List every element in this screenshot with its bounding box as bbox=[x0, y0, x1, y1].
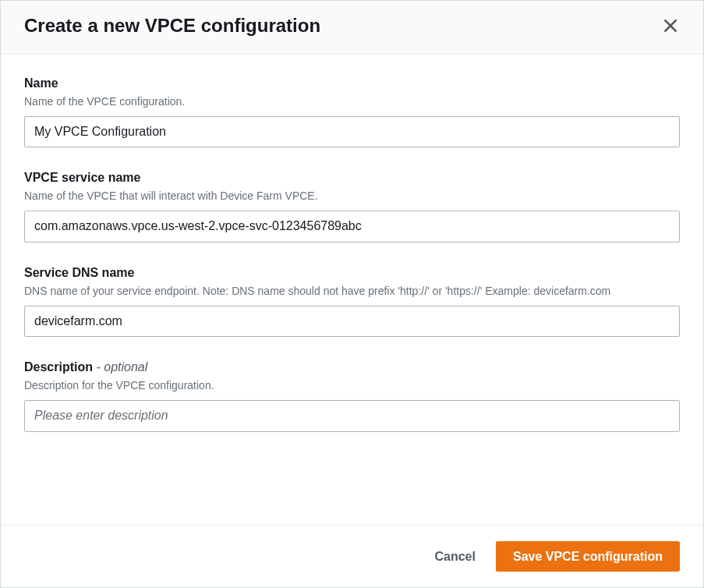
name-label: Name bbox=[24, 76, 680, 90]
modal-dialog: Create a new VPCE configuration Name Nam… bbox=[0, 0, 704, 588]
dns-name-input[interactable] bbox=[24, 306, 680, 337]
description-hint: Description for the VPCE configuration. bbox=[24, 377, 680, 394]
close-icon[interactable] bbox=[661, 16, 680, 35]
dns-name-label: Service DNS name bbox=[24, 266, 680, 280]
description-label: Description - optional bbox=[24, 360, 680, 374]
description-optional-suffix: - optional bbox=[93, 360, 147, 374]
dns-name-hint: DNS name of your service endpoint. Note:… bbox=[24, 283, 680, 299]
field-service-name: VPCE service name Name of the VPCE that … bbox=[24, 171, 680, 242]
modal-footer: Cancel Save VPCE configuration bbox=[1, 525, 703, 587]
name-input[interactable] bbox=[24, 116, 680, 147]
cancel-button[interactable]: Cancel bbox=[430, 541, 479, 572]
description-input[interactable] bbox=[24, 400, 680, 431]
service-name-hint: Name of the VPCE that will interact with… bbox=[24, 188, 680, 204]
service-name-label: VPCE service name bbox=[24, 171, 680, 185]
modal-body: Name Name of the VPCE configuration. VPC… bbox=[1, 55, 703, 525]
service-name-input[interactable] bbox=[24, 211, 680, 242]
field-description: Description - optional Description for t… bbox=[24, 360, 680, 431]
field-dns-name: Service DNS name DNS name of your servic… bbox=[24, 266, 680, 337]
modal-header: Create a new VPCE configuration bbox=[1, 1, 703, 55]
modal-title: Create a new VPCE configuration bbox=[24, 15, 320, 37]
description-label-text: Description bbox=[24, 360, 93, 374]
name-hint: Name of the VPCE configuration. bbox=[24, 94, 680, 110]
field-name: Name Name of the VPCE configuration. bbox=[24, 76, 680, 147]
save-button[interactable]: Save VPCE configuration bbox=[496, 541, 680, 572]
